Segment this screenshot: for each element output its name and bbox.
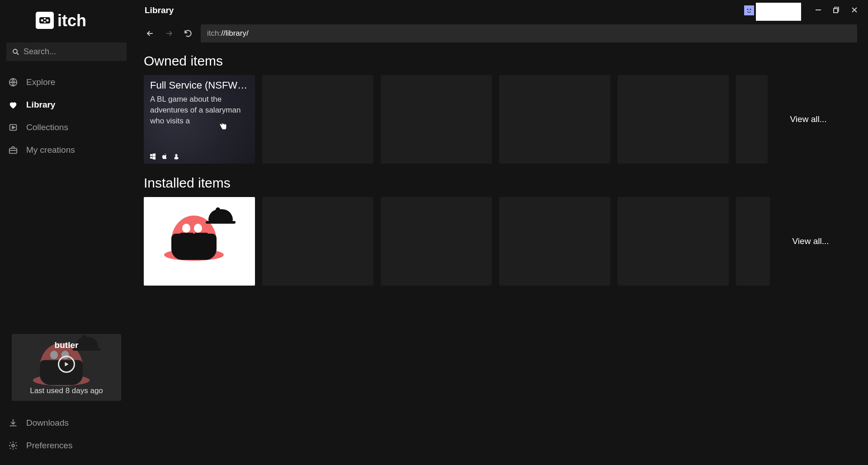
sidebar-label: My creations <box>26 145 75 155</box>
svg-rect-5 <box>44 21 46 23</box>
globe-icon <box>7 77 19 87</box>
sidebar-item-explore[interactable]: Explore <box>0 71 133 94</box>
svg-line-8 <box>17 53 19 55</box>
sidebar-item-downloads[interactable]: Downloads <box>0 412 133 434</box>
sidebar-label: Explore <box>26 77 55 87</box>
user-name[interactable] <box>756 3 801 21</box>
search-icon <box>12 48 20 56</box>
svg-point-17 <box>750 9 751 10</box>
url-path: //library/ <box>221 29 248 38</box>
featured-subtitle: Last used 8 days ago <box>16 386 117 395</box>
featured-title: butler <box>16 340 117 350</box>
window-minimize-button[interactable] <box>809 3 827 17</box>
window-close-button[interactable] <box>845 3 863 17</box>
owned-card-placeholder[interactable] <box>262 75 373 164</box>
nav-forward-button[interactable] <box>163 27 175 40</box>
card-platforms <box>149 153 180 160</box>
installed-view-all[interactable]: View all... <box>770 236 851 246</box>
content: Owned items Full Service (NSFW… A BL gam… <box>133 47 868 302</box>
svg-rect-20 <box>834 9 838 13</box>
card-title: Full Service (NSFW… <box>150 80 249 91</box>
svg-rect-12 <box>9 148 17 153</box>
card-thumbnail <box>144 197 255 286</box>
main-area: Library <box>133 0 868 465</box>
sidebar-bottom-nav: Downloads Preferences <box>0 412 133 465</box>
owned-card-placeholder[interactable] <box>499 75 610 164</box>
featured-game-card[interactable]: butler Last used 8 days ago <box>12 334 121 401</box>
svg-point-26 <box>175 155 176 155</box>
sidebar-label: Collections <box>26 122 68 132</box>
installed-card-placeholder[interactable] <box>381 197 492 286</box>
heart-icon <box>7 100 19 110</box>
featured-play[interactable] <box>16 356 117 373</box>
owned-card-placeholder[interactable] <box>618 75 729 164</box>
sidebar: itch Explore <box>0 0 133 465</box>
svg-point-25 <box>174 157 178 159</box>
sidebar-label: Downloads <box>26 418 69 428</box>
owned-card-placeholder[interactable] <box>736 75 768 164</box>
svg-point-15 <box>12 444 14 447</box>
installed-card-placeholder[interactable] <box>618 197 729 286</box>
app-logo[interactable]: itch <box>0 8 133 33</box>
title-bar: Library <box>133 0 868 21</box>
owned-title: Owned items <box>144 53 857 69</box>
owned-section: Owned items Full Service (NSFW… A BL gam… <box>144 53 857 164</box>
installed-card[interactable] <box>144 197 255 286</box>
svg-point-2 <box>41 19 43 21</box>
owned-row: Full Service (NSFW… A BL game about the … <box>144 75 768 164</box>
installed-section: Installed items <box>144 175 857 286</box>
collections-icon <box>7 122 19 132</box>
page-title: Library <box>145 5 174 15</box>
svg-marker-11 <box>12 126 15 129</box>
sidebar-nav: Explore Library Collections <box>0 71 133 161</box>
sidebar-item-creations[interactable]: My creations <box>0 139 133 161</box>
svg-rect-4 <box>44 18 46 19</box>
search-box[interactable] <box>6 42 127 61</box>
installed-row <box>144 197 770 286</box>
play-icon <box>58 356 75 373</box>
sidebar-item-collections[interactable]: Collections <box>0 116 133 139</box>
svg-point-27 <box>177 155 177 155</box>
gear-icon <box>7 441 19 451</box>
svg-text:itch: itch <box>57 11 86 30</box>
owned-card[interactable]: Full Service (NSFW… A BL game about the … <box>144 75 255 164</box>
url-bar[interactable]: itch://library/ <box>201 24 857 42</box>
user-avatar[interactable] <box>744 5 754 15</box>
apple-icon <box>161 153 168 160</box>
windows-icon <box>149 153 156 160</box>
installed-title: Installed items <box>144 175 857 191</box>
svg-point-3 <box>46 19 48 21</box>
sidebar-item-preferences[interactable]: Preferences <box>0 434 133 457</box>
installed-card-placeholder[interactable] <box>736 197 770 286</box>
briefcase-icon <box>7 145 19 155</box>
nav-back-button[interactable] <box>144 27 156 40</box>
svg-point-24 <box>175 154 177 157</box>
installed-card-placeholder[interactable] <box>262 197 373 286</box>
svg-point-7 <box>13 49 17 53</box>
card-description: A BL game about the adventures of a sala… <box>150 94 249 126</box>
installed-card-placeholder[interactable] <box>499 197 610 286</box>
search-input[interactable] <box>24 47 121 56</box>
browser-toolbar: itch://library/ <box>133 21 868 47</box>
owned-card-placeholder[interactable] <box>381 75 492 164</box>
sidebar-label: Library <box>26 100 55 110</box>
sidebar-label: Preferences <box>26 441 72 451</box>
nav-reload-button[interactable] <box>182 27 194 40</box>
url-scheme: itch: <box>207 29 221 38</box>
svg-point-16 <box>747 9 749 10</box>
download-icon <box>7 418 19 428</box>
window-maximize-button[interactable] <box>827 3 845 17</box>
sidebar-item-library[interactable]: Library <box>0 94 133 116</box>
linux-icon <box>173 153 180 160</box>
svg-marker-14 <box>65 362 69 366</box>
owned-view-all[interactable]: View all... <box>768 114 849 124</box>
